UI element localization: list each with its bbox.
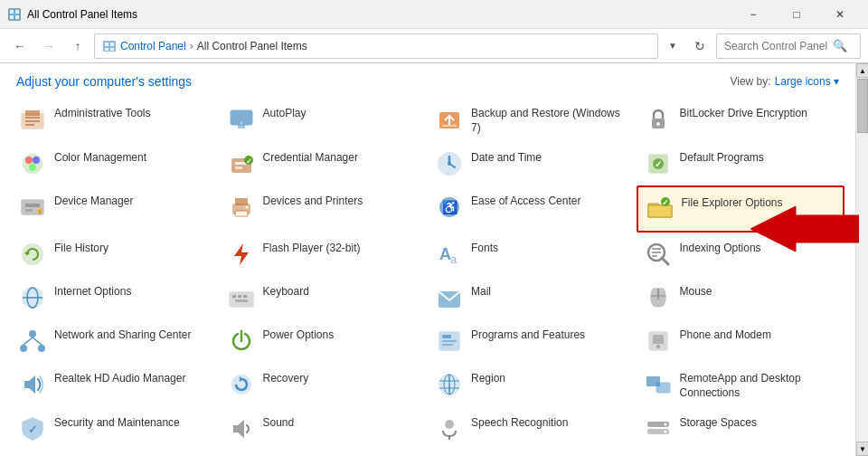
grid-item-system[interactable]: System xyxy=(220,451,429,456)
grid-item-date-time[interactable]: Date and Time xyxy=(428,142,637,185)
grid-item-admin-tools[interactable]: Administrative Tools xyxy=(11,98,220,142)
item-label-phone-modem: Phone and Modem xyxy=(680,327,771,343)
svg-point-35 xyxy=(448,162,451,166)
item-label-backup-restore: Backup and Restore (Windows 7) xyxy=(471,105,629,135)
back-button[interactable]: ← xyxy=(7,33,33,59)
address-dropdown-button[interactable]: ▼ xyxy=(662,33,684,59)
address-bar: ← → ↑ Control Panel › All Control Panel … xyxy=(0,29,868,63)
item-label-file-history: File History xyxy=(54,240,108,256)
grid-item-troubleshoot[interactable]: ?Troubleshooting xyxy=(637,451,845,456)
grid-item-credential-mgr[interactable]: ✓Credential Manager xyxy=(220,142,429,185)
item-icon-phone-modem xyxy=(644,327,673,356)
view-by-value[interactable]: Large icons ▾ xyxy=(775,75,839,88)
svg-rect-66 xyxy=(238,295,241,298)
item-label-date-time: Date and Time xyxy=(471,149,542,166)
svg-point-25 xyxy=(33,157,40,164)
grid-item-file-history[interactable]: File History xyxy=(11,233,220,276)
item-icon-programs-features xyxy=(435,327,464,356)
scroll-up-button[interactable]: ▲ xyxy=(856,63,868,78)
grid-item-file-explorer[interactable]: ✓File Explorer Options xyxy=(637,185,845,233)
svg-text:✓: ✓ xyxy=(662,198,669,207)
item-icon-file-explorer: ✓ xyxy=(646,195,675,223)
svg-rect-4 xyxy=(15,15,19,19)
grid-item-fonts[interactable]: AaFonts xyxy=(428,233,637,276)
grid-item-bitlocker[interactable]: BitLocker Drive Encryption xyxy=(637,98,845,142)
item-label-bitlocker: BitLocker Drive Encryption xyxy=(680,105,807,121)
svg-rect-3 xyxy=(10,15,14,19)
grid-item-color-mgmt[interactable]: Color Management xyxy=(11,142,220,185)
grid-item-region[interactable]: Region xyxy=(428,363,637,407)
item-icon-indexing xyxy=(644,240,673,269)
svg-line-75 xyxy=(24,337,33,345)
item-label-device-mgr: Device Manager xyxy=(54,193,133,209)
svg-point-26 xyxy=(29,164,36,171)
grid-item-realtek-audio[interactable]: Realtek HD Audio Manager xyxy=(11,363,220,407)
item-icon-realtek-audio xyxy=(18,370,47,399)
grid-item-device-mgr[interactable]: !Device Manager xyxy=(11,185,220,233)
item-icon-sound xyxy=(227,414,256,443)
refresh-button[interactable]: ↻ xyxy=(687,33,712,59)
grid-item-keyboard[interactable]: Keyboard xyxy=(220,276,429,319)
minimize-button[interactable]: − xyxy=(732,0,774,29)
content-area: Adjust your computer's settings View by:… xyxy=(0,63,868,456)
grid-item-default-prg[interactable]: ✓Default Programs xyxy=(637,142,845,185)
scroll-down-button[interactable]: ▼ xyxy=(856,442,868,456)
item-label-internet-opt: Internet Options xyxy=(54,283,131,299)
svg-rect-20 xyxy=(442,125,457,127)
item-icon-remoteapp xyxy=(644,370,673,399)
svg-rect-45 xyxy=(235,198,248,205)
grid-item-devices-printers[interactable]: Devices and Printers xyxy=(220,185,429,233)
view-by-label: View by: xyxy=(730,75,770,88)
path-all-items[interactable]: All Control Panel Items xyxy=(197,40,307,52)
grid-item-sync-center[interactable]: Sync Center xyxy=(11,451,220,456)
address-path[interactable]: Control Panel › All Control Panel Items xyxy=(94,33,658,59)
path-icon xyxy=(102,39,117,53)
svg-rect-9 xyxy=(110,48,114,51)
grid-item-autoplay[interactable]: AutoPlay xyxy=(220,98,429,142)
grid-item-power-opt[interactable]: Power Options xyxy=(220,319,429,363)
scroll-thumb[interactable] xyxy=(857,79,868,133)
grid-item-phone-modem[interactable]: Phone and Modem xyxy=(637,319,845,363)
item-icon-keyboard xyxy=(227,283,256,312)
svg-point-22 xyxy=(656,122,660,126)
item-icon-mouse xyxy=(644,283,673,312)
forward-button[interactable]: → xyxy=(36,33,61,59)
path-control-panel[interactable]: Control Panel xyxy=(120,40,186,52)
item-icon-ease-access: ♿ xyxy=(435,193,464,222)
search-box[interactable]: 🔍 xyxy=(716,33,861,59)
grid-item-backup-restore[interactable]: Backup and Restore (Windows 7) xyxy=(428,98,637,142)
svg-rect-2 xyxy=(15,10,19,14)
svg-rect-11 xyxy=(25,110,40,116)
search-icon: 🔍 xyxy=(833,39,847,52)
svg-point-82 xyxy=(656,345,660,348)
grid-item-security[interactable]: ✓Security and Maintenance xyxy=(11,407,220,451)
item-icon-network-sharing xyxy=(18,327,47,356)
grid-item-storage[interactable]: Storage Spaces xyxy=(637,407,845,451)
item-label-recovery: Recovery xyxy=(263,370,309,386)
grid-item-sound[interactable]: Sound xyxy=(220,407,429,451)
grid-item-recovery[interactable]: Recovery xyxy=(220,363,429,407)
svg-point-73 xyxy=(20,345,27,352)
grid-item-indexing[interactable]: Indexing Options xyxy=(637,233,845,276)
grid-item-mail[interactable]: Mail xyxy=(428,276,637,319)
maximize-button[interactable]: □ xyxy=(776,0,817,29)
item-label-security: Security and Maintenance xyxy=(54,414,180,431)
grid-item-remoteapp[interactable]: RemoteApp and Desktop Connections xyxy=(637,363,845,407)
item-label-keyboard: Keyboard xyxy=(263,283,309,299)
item-label-devices-printers: Devices and Printers xyxy=(263,193,363,209)
grid-item-network-sharing[interactable]: Network and Sharing Center xyxy=(11,319,220,363)
grid-item-mouse[interactable]: Mouse xyxy=(637,276,845,319)
item-label-credential-mgr: Credential Manager xyxy=(263,149,358,166)
close-button[interactable]: ✕ xyxy=(819,0,861,29)
grid-item-taskbar-nav[interactable]: Taskbar and Navigation xyxy=(428,451,637,456)
grid-item-speech[interactable]: Speech Recognition xyxy=(428,407,637,451)
up-button[interactable]: ↑ xyxy=(65,33,90,59)
grid-item-ease-access[interactable]: ♿Ease of Access Center xyxy=(428,185,637,233)
svg-rect-29 xyxy=(235,166,242,169)
item-label-fonts: Fonts xyxy=(471,240,498,256)
grid-item-programs-features[interactable]: Programs and Features xyxy=(428,319,637,363)
item-icon-device-mgr: ! xyxy=(18,193,47,222)
search-input[interactable] xyxy=(724,40,833,52)
grid-item-internet-opt[interactable]: Internet Options xyxy=(11,276,220,319)
grid-item-flash-player[interactable]: Flash Player (32-bit) xyxy=(220,233,429,276)
